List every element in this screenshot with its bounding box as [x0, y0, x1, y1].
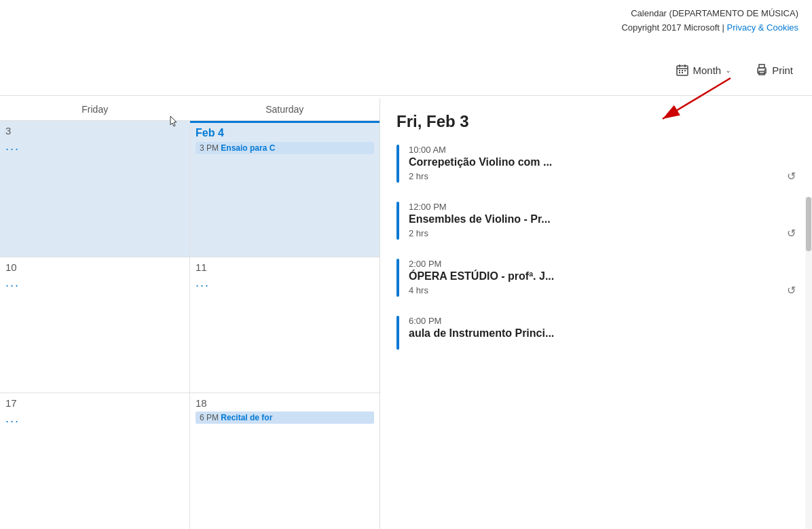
day-num-18: 18 — [196, 397, 374, 409]
day-num-feb4: Feb 4 — [196, 127, 374, 139]
svg-point-12 — [764, 69, 766, 71]
scrollbar-thumb[interactable] — [806, 197, 811, 251]
day-cell-11[interactable]: 11 ··· — [190, 257, 380, 393]
day-cell-3[interactable]: 3 ··· — [0, 121, 190, 257]
event-bar-1 — [396, 145, 399, 183]
svg-rect-8 — [682, 72, 683, 73]
event-time-feb4: 3 PM — [200, 143, 221, 153]
svg-rect-7 — [679, 72, 680, 73]
event-time-2: 12:00 PM — [409, 202, 796, 212]
event-pill-feb4[interactable]: 3 PM Ensaio para C — [196, 142, 374, 154]
more-dots-10[interactable]: ··· — [5, 278, 184, 293]
event-item-1[interactable]: 10:00 AM Correpetição Violino com ... 2 … — [396, 145, 796, 185]
app-header: Calendar (DEPARTAMENTO DE MÚSICA) Copyri… — [621, 0, 812, 39]
day-num-11: 11 — [196, 261, 374, 273]
event-title-2: Ensembles de Violino - Pr... — [409, 213, 796, 225]
day-cell-18[interactable]: 18 6 PM Recital de for — [190, 393, 380, 529]
event-item-4[interactable]: 6:00 PM aula de Instrumento Princi... — [396, 316, 796, 352]
week-row-3: 17 ··· 18 6 PM Recital de for — [0, 393, 380, 529]
day-header-saturday: Saturday — [190, 98, 380, 120]
event-bar-4 — [396, 316, 399, 350]
day-num-10: 10 — [5, 261, 184, 273]
detail-date: Fri, Feb 3 — [396, 112, 796, 131]
event-duration-1: 2 hrs ↺ — [409, 170, 796, 183]
day-headers: Friday Saturday — [0, 98, 380, 121]
copyright-line: Copyright 2017 Microsoft | Privacy & Coo… — [621, 21, 798, 35]
repeat-icon-3: ↺ — [787, 284, 796, 297]
more-dots-17[interactable]: ··· — [5, 414, 184, 428]
event-duration-3: 4 hrs ↺ — [409, 284, 796, 297]
day-cell-feb4[interactable]: Feb 4 3 PM Ensaio para C — [190, 121, 380, 257]
privacy-link[interactable]: Privacy & Cookies — [727, 22, 798, 33]
copyright-text: Copyright 2017 Microsoft | — [621, 22, 726, 33]
day-cell-17[interactable]: 17 ··· — [0, 393, 190, 529]
event-pill-18[interactable]: 6 PM Recital de for — [196, 412, 374, 424]
calendar-area: Friday Saturday 3 ··· Feb 4 3 PM Ensaio … — [0, 98, 380, 529]
toolbar-divider — [0, 95, 812, 96]
calendar-icon — [676, 64, 688, 76]
event-time-18: 6 PM — [200, 413, 221, 422]
more-dots-11[interactable]: ··· — [196, 278, 374, 293]
day-header-friday: Friday — [0, 98, 190, 120]
repeat-icon-1: ↺ — [787, 170, 796, 183]
event-name-18: Recital de for — [221, 413, 272, 422]
repeat-icon-2: ↺ — [787, 227, 796, 240]
event-bar-3 — [396, 259, 399, 297]
event-title-1: Correpetição Violino com ... — [409, 156, 796, 168]
event-item-3[interactable]: 2:00 PM ÓPERA ESTÚDIO - profª. J... 4 hr… — [396, 259, 796, 299]
event-item-2[interactable]: 12:00 PM Ensembles de Violino - Pr... 2 … — [396, 202, 796, 242]
event-info-3: 2:00 PM ÓPERA ESTÚDIO - profª. J... 4 hr… — [409, 259, 796, 297]
event-title-3: ÓPERA ESTÚDIO - profª. J... — [409, 270, 796, 282]
event-time-1: 10:00 AM — [409, 145, 796, 155]
event-info-1: 10:00 AM Correpetição Violino com ... 2 … — [409, 145, 796, 183]
toolbar: Month ⌄ Print — [657, 61, 812, 79]
day-num-3: 3 — [5, 125, 184, 136]
svg-rect-10 — [759, 65, 764, 68]
svg-rect-4 — [679, 70, 680, 71]
event-bar-2 — [396, 202, 399, 240]
scrollbar-track[interactable] — [805, 197, 812, 529]
more-dots-3[interactable]: ··· — [5, 142, 184, 156]
day-num-17: 17 — [5, 397, 184, 409]
event-name-feb4: Ensaio para C — [221, 143, 275, 153]
svg-rect-6 — [684, 70, 686, 71]
week-row-1: 3 ··· Feb 4 3 PM Ensaio para C — [0, 121, 380, 257]
main-layout: Friday Saturday 3 ··· Feb 4 3 PM Ensaio … — [0, 98, 812, 529]
event-time-4: 6:00 PM — [409, 316, 796, 326]
app-title: Calendar (DEPARTAMENTO DE MÚSICA) — [621, 7, 798, 21]
event-duration-2: 2 hrs ↺ — [409, 227, 796, 240]
printer-icon — [756, 64, 768, 76]
event-info-4: 6:00 PM aula de Instrumento Princi... — [409, 316, 796, 341]
print-button[interactable]: Print — [750, 61, 798, 79]
week-row-2: 10 ··· 11 ··· — [0, 257, 380, 394]
month-label: Month — [693, 65, 721, 76]
event-time-3: 2:00 PM — [409, 259, 796, 269]
event-title-4: aula de Instrumento Princi... — [409, 327, 796, 340]
event-info-2: 12:00 PM Ensembles de Violino - Pr... 2 … — [409, 202, 796, 240]
detail-panel[interactable]: Fri, Feb 3 10:00 AM Correpetição Violino… — [380, 98, 812, 529]
month-chevron-icon: ⌄ — [725, 66, 731, 75]
day-cell-10[interactable]: 10 ··· — [0, 257, 190, 393]
weeks-area: 3 ··· Feb 4 3 PM Ensaio para C 10 ··· 11 — [0, 121, 380, 529]
svg-rect-5 — [682, 70, 683, 71]
month-view-button[interactable]: Month ⌄ — [671, 61, 737, 79]
print-label: Print — [772, 65, 793, 76]
